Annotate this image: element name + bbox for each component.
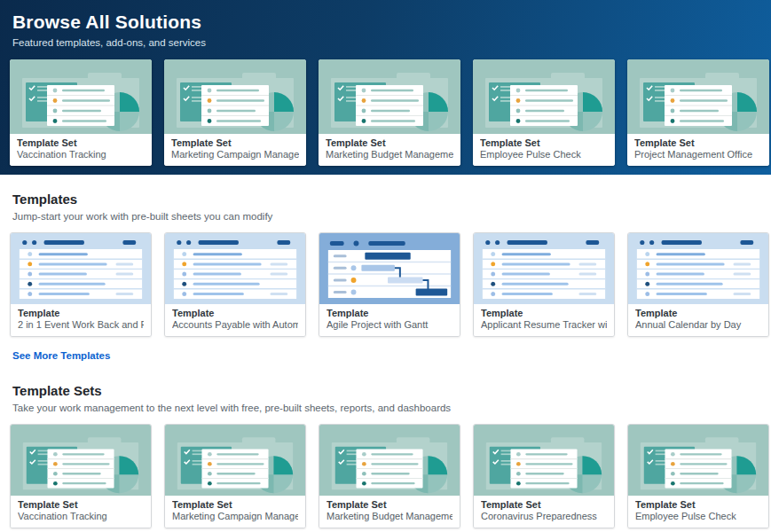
templates-section: Templates Jump-start your work with pre-… <box>0 192 771 363</box>
card-illustration <box>164 59 306 134</box>
card-footer: Template Set Project Management Office <box>627 134 769 166</box>
card-footer: Template Annual Calendar by Day <box>628 304 768 336</box>
card-footer: Template Set Vaccination Tracking <box>11 496 151 528</box>
card-footer: Template Set Employee Pulse Check <box>628 496 768 528</box>
card-title: Marketing Campaign Manage... <box>172 511 298 522</box>
card-type-label: Template Set <box>326 499 452 511</box>
template-sheet-illustration <box>165 233 305 304</box>
template-set-illustration <box>165 425 305 496</box>
card-type-label: Template <box>481 308 607 319</box>
card-footer: Template Applicant Resume Tracker wit... <box>474 304 614 336</box>
card-type-label: Template <box>635 308 761 319</box>
card-type-label: Template <box>172 308 298 319</box>
template-set-illustration <box>319 59 460 134</box>
card-type-label: Template Set <box>172 499 298 511</box>
template-sheet-illustration <box>628 233 768 304</box>
template-sets-subtitle: Take your work management to the next le… <box>12 403 771 413</box>
template-set-illustration <box>473 59 615 134</box>
template-set-illustration <box>319 425 460 496</box>
card-illustration <box>319 233 460 304</box>
card-type-label: Template Set <box>17 137 145 149</box>
card-type-label: Template Set <box>18 499 144 511</box>
template-card[interactable]: Template Set Project Management Office <box>627 59 769 166</box>
card-type-label: Template <box>326 308 452 319</box>
card-illustration <box>10 59 152 134</box>
card-title: Vaccination Tracking <box>17 149 145 160</box>
template-sets-card-row: Template Set Vaccination Tracking Templa… <box>10 424 761 528</box>
card-footer: Template 2 in 1 Event Work Back and RACI <box>11 304 151 336</box>
template-set-illustration <box>10 59 152 134</box>
card-illustration <box>11 425 151 496</box>
card-title: Applicant Resume Tracker wit... <box>481 319 607 331</box>
template-sets-section: Template Sets Take your work management … <box>0 383 771 532</box>
card-title: Annual Calendar by Day <box>635 319 761 331</box>
card-footer: Template Set Coronavirus Preparedness <box>474 496 614 528</box>
card-footer: Template Set Marketing Campaign Manage..… <box>164 134 306 166</box>
template-card[interactable]: Template 2 in 1 Event Work Back and RACI <box>10 232 152 337</box>
template-card[interactable]: Template Set Coronavirus Preparedness <box>473 424 615 528</box>
template-card[interactable]: Template Set Employee Pulse Check <box>627 424 769 528</box>
card-title: Marketing Budget Management <box>326 511 452 522</box>
card-title: 2 in 1 Event Work Back and RACI <box>18 319 144 331</box>
template-card[interactable]: Template Set Marketing Budget Management <box>319 59 460 166</box>
card-illustration <box>165 425 305 496</box>
card-title: Accounts Payable with Autom... <box>172 319 298 331</box>
templates-card-row: Template 2 in 1 Event Work Back and RACI… <box>10 232 761 337</box>
template-set-illustration <box>164 59 306 134</box>
card-type-label: Template Set <box>171 137 299 149</box>
card-footer: Template Set Marketing Campaign Manage..… <box>165 496 305 528</box>
templates-subtitle: Jump-start your work with pre-built shee… <box>12 211 771 222</box>
template-card[interactable]: Template Set Marketing Campaign Manage..… <box>164 59 306 166</box>
template-card[interactable]: Template Agile Project with Gantt <box>319 232 460 337</box>
page-title: Browse All Solutions <box>12 12 771 33</box>
templates-heading: Templates <box>12 192 771 207</box>
template-sheet-illustration <box>11 233 151 304</box>
card-type-label: Template Set <box>635 499 761 511</box>
card-footer: Template Accounts Payable with Autom... <box>165 304 305 336</box>
card-footer: Template Set Employee Pulse Check <box>473 134 615 166</box>
card-title: Marketing Campaign Manage... <box>171 149 299 160</box>
card-illustration <box>627 59 769 134</box>
card-illustration <box>474 233 614 304</box>
card-illustration <box>319 59 460 134</box>
card-illustration <box>319 425 460 496</box>
card-illustration <box>11 233 151 304</box>
card-footer: Template Agile Project with Gantt <box>319 304 460 336</box>
template-card[interactable]: Template Set Marketing Campaign Manage..… <box>164 424 306 528</box>
card-type-label: Template <box>18 308 144 319</box>
template-set-illustration <box>11 425 151 496</box>
template-card[interactable]: Template Set Employee Pulse Check <box>473 59 615 166</box>
card-title: Employee Pulse Check <box>480 149 608 160</box>
template-sheet-illustration <box>474 233 614 304</box>
page-subtitle: Featured templates, add-ons, and service… <box>12 37 771 48</box>
template-card[interactable]: Template Annual Calendar by Day <box>627 232 769 337</box>
template-set-illustration <box>628 425 768 496</box>
card-illustration <box>474 425 614 496</box>
card-type-label: Template Set <box>634 137 762 149</box>
hero-banner: Browse All Solutions Featured templates,… <box>0 0 771 175</box>
template-set-illustration <box>627 59 769 134</box>
card-title: Vaccination Tracking <box>18 511 144 522</box>
card-illustration <box>628 233 768 304</box>
card-footer: Template Set Marketing Budget Management <box>319 496 460 528</box>
template-card[interactable]: Template Accounts Payable with Autom... <box>164 232 306 337</box>
template-card[interactable]: Template Applicant Resume Tracker wit... <box>473 232 615 337</box>
card-illustration <box>628 425 768 496</box>
featured-card-row: Template Set Vaccination Tracking Templa… <box>10 59 761 166</box>
card-type-label: Template Set <box>326 137 453 149</box>
template-card[interactable]: Template Set Vaccination Tracking <box>10 59 152 166</box>
template-card[interactable]: Template Set Marketing Budget Management <box>319 424 460 528</box>
card-type-label: Template Set <box>481 499 607 511</box>
see-more-templates-link[interactable]: See More Templates <box>12 350 110 361</box>
card-illustration <box>473 59 615 134</box>
card-title: Employee Pulse Check <box>635 511 761 522</box>
template-sets-heading: Template Sets <box>12 383 771 398</box>
card-title: Project Management Office <box>634 149 762 160</box>
card-title: Coronavirus Preparedness <box>481 511 607 522</box>
template-gantt-illustration <box>319 233 460 304</box>
card-footer: Template Set Vaccination Tracking <box>10 134 152 166</box>
card-footer: Template Set Marketing Budget Management <box>319 134 460 166</box>
card-title: Agile Project with Gantt <box>326 319 452 331</box>
template-card[interactable]: Template Set Vaccination Tracking <box>10 424 152 528</box>
card-title: Marketing Budget Management <box>326 149 453 160</box>
